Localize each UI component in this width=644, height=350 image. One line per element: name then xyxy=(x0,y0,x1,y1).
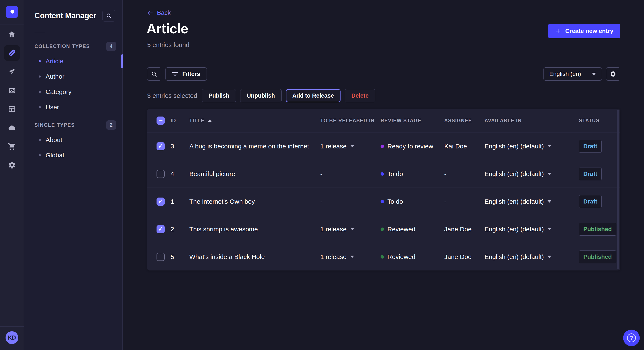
cell-id: 2 xyxy=(170,226,189,233)
release-dropdown[interactable]: 1 release xyxy=(320,253,380,260)
row-checkbox[interactable] xyxy=(156,142,164,150)
column-header-to-be-released-in[interactable]: TO BE RELEASED IN xyxy=(320,118,380,124)
deploy-cloud-icon[interactable] xyxy=(4,120,20,136)
single-types-section: SINGLE TYPES 2 About Global xyxy=(24,120,122,163)
entries-count: 5 entries found xyxy=(147,41,189,48)
settings-gear-icon[interactable] xyxy=(4,158,20,173)
column-header-assignee[interactable]: ASSIGNEE xyxy=(444,118,484,124)
chevron-down-icon xyxy=(350,145,354,147)
search-icon[interactable] xyxy=(102,10,115,22)
select-all-checkbox[interactable] xyxy=(156,117,164,125)
create-new-entry-label: Create new entry xyxy=(565,28,613,34)
content-manager-feather-icon[interactable] xyxy=(4,45,20,61)
sidebar-item-label: User xyxy=(46,104,59,111)
cell-review-stage: Ready to review xyxy=(380,143,444,150)
cell-title: What's inside a Black Hole xyxy=(189,253,320,260)
release-dropdown: - xyxy=(320,170,380,177)
status-badge: Published xyxy=(579,223,616,236)
publish-button[interactable]: Publish xyxy=(202,89,236,102)
table-row[interactable]: 2 This shrimp is awesome 1 release Revie… xyxy=(147,215,620,243)
table-row[interactable]: 1 The internet's Own boy - To do - Engli… xyxy=(147,187,620,215)
content-type-builder-layout-icon[interactable] xyxy=(4,101,20,117)
column-header-id[interactable]: ID xyxy=(170,118,189,124)
table-row[interactable]: 5 What's inside a Black Hole 1 release R… xyxy=(147,243,620,270)
sidebar-item-user[interactable]: User xyxy=(24,100,122,115)
status-badge: Draft xyxy=(579,140,602,153)
media-library-images-icon[interactable] xyxy=(4,83,20,98)
locale-label: English (en) (default) xyxy=(484,253,544,260)
add-to-release-button[interactable]: Add to Release xyxy=(286,89,340,102)
nav-divider-bottom xyxy=(0,326,24,327)
bullet-icon xyxy=(39,154,41,156)
content-manager-subnav: Content Manager COLLECTION TYPES 4 Artic… xyxy=(24,0,123,350)
strapi-logo[interactable] xyxy=(6,6,18,18)
table-row[interactable]: 4 Beautiful picture - To do - English (e… xyxy=(147,160,620,187)
help-button[interactable]: ? xyxy=(623,330,640,346)
list-settings-gear-icon[interactable] xyxy=(606,67,620,81)
sidebar-item-label: Global xyxy=(46,152,64,159)
release-dropdown[interactable]: 1 release xyxy=(320,143,380,150)
column-header-title[interactable]: TITLE xyxy=(189,118,320,124)
release-label: - xyxy=(320,198,322,205)
status-badge: Published xyxy=(579,250,616,263)
row-checkbox[interactable] xyxy=(156,225,164,233)
main-content: Back Article 5 entries found Create new … xyxy=(123,0,644,350)
section-label: COLLECTION TYPES xyxy=(34,44,90,49)
chevron-down-icon xyxy=(548,200,551,203)
cell-status: Draft xyxy=(579,140,620,153)
stage-dot-icon xyxy=(380,200,384,203)
release-label: 1 release xyxy=(320,253,346,260)
locale-dropdown[interactable]: English (en) (default) xyxy=(484,170,579,177)
sidebar-item-category[interactable]: Category xyxy=(24,84,122,100)
unpublish-button[interactable]: Unpublish xyxy=(240,89,282,102)
sidebar-item-author[interactable]: Author xyxy=(24,69,122,84)
cell-id: 5 xyxy=(170,253,189,260)
table-scrollbar[interactable] xyxy=(617,110,619,269)
row-checkbox[interactable] xyxy=(156,170,164,178)
locale-dropdown[interactable]: English (en) (default) xyxy=(484,253,579,260)
home-icon[interactable] xyxy=(4,26,20,42)
row-checkbox[interactable] xyxy=(156,197,164,206)
sort-ascending-icon xyxy=(208,120,212,122)
question-mark-icon: ? xyxy=(627,334,636,342)
bullet-icon xyxy=(39,75,41,78)
marketplace-cart-icon[interactable] xyxy=(4,139,20,154)
sidebar-item-article[interactable]: Article xyxy=(24,54,122,69)
bullet-icon xyxy=(39,139,41,141)
row-checkbox[interactable] xyxy=(156,253,164,261)
avatar[interactable]: KD xyxy=(6,331,18,344)
column-header-status[interactable]: STATUS xyxy=(579,118,620,124)
cell-review-stage: To do xyxy=(380,170,444,177)
cell-review-stage: To do xyxy=(380,198,444,205)
plus-icon xyxy=(555,28,561,34)
locale-label: English (en) (default) xyxy=(484,226,544,233)
column-header-review-stage[interactable]: REVIEW STAGE xyxy=(380,118,444,124)
sidebar-item-about[interactable]: About xyxy=(24,132,122,148)
cell-title: A bug is becoming a meme on the internet xyxy=(189,143,320,150)
release-dropdown[interactable]: 1 release xyxy=(320,226,380,233)
cell-assignee: Kai Doe xyxy=(444,143,484,150)
delete-button[interactable]: Delete xyxy=(345,89,375,102)
back-link[interactable]: Back xyxy=(147,9,170,16)
sidebar-item-global[interactable]: Global xyxy=(24,148,122,163)
stage-label: Reviewed xyxy=(388,253,416,260)
cell-id: 4 xyxy=(170,170,189,177)
create-new-entry-button[interactable]: Create new entry xyxy=(548,24,620,38)
locale-dropdown[interactable]: English (en) (default) xyxy=(484,226,579,233)
locale-select[interactable]: English (en) xyxy=(544,67,602,81)
release-label: 1 release xyxy=(320,226,346,233)
stage-dot-icon xyxy=(380,227,384,231)
cell-title: Beautiful picture xyxy=(189,170,320,177)
locale-dropdown[interactable]: English (en) (default) xyxy=(484,143,579,150)
locale-dropdown[interactable]: English (en) (default) xyxy=(484,198,579,205)
search-icon[interactable] xyxy=(147,67,161,81)
cell-review-stage: Reviewed xyxy=(380,253,444,260)
filters-button[interactable]: Filters xyxy=(166,67,207,81)
table-row[interactable]: 3 A bug is becoming a meme on the intern… xyxy=(147,132,620,160)
column-header-available-in[interactable]: AVAILABLE IN xyxy=(484,118,579,124)
release-label: - xyxy=(320,170,322,177)
bulk-actions-bar: 3 entries selected Publish Unpublish Add… xyxy=(147,89,375,102)
stage-dot-icon xyxy=(380,172,384,176)
chevron-down-icon xyxy=(548,256,551,258)
releases-paper-plane-icon[interactable] xyxy=(4,64,20,79)
